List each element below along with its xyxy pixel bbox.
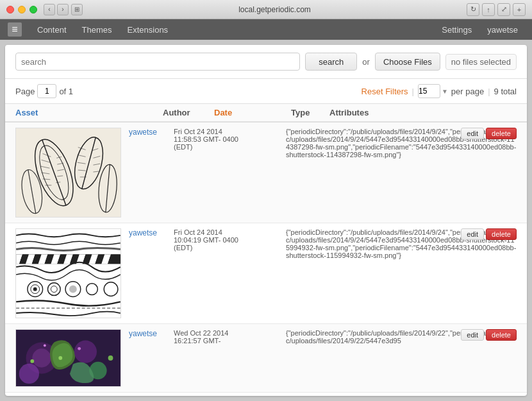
traffic-lights	[6, 6, 37, 13]
svg-point-51	[30, 359, 34, 363]
search-button[interactable]: search	[305, 53, 357, 71]
table-row: yawetse Wed Oct 22 2014 16:21:57 GMT- ed…	[5, 324, 527, 393]
menu-item-extensions[interactable]: Extensions	[121, 22, 175, 37]
svg-point-34	[33, 287, 37, 291]
svg-point-44	[74, 341, 97, 363]
asset-thumbnail	[15, 329, 121, 387]
reset-filters-link[interactable]: Reset Filters	[362, 87, 408, 96]
search-input[interactable]	[15, 53, 300, 71]
asset-date: Fri Oct 24 2014 10:04:19 GMT- 0400 (EDT)	[174, 228, 251, 259]
asset-thumbnail	[15, 128, 121, 218]
edit-button[interactable]: edit	[461, 128, 484, 139]
titlebar-right: ↻ ↑ ⤢ +	[467, 3, 526, 16]
asset-info: yawetse Wed Oct 22 2014 16:21:57 GMT- ed…	[121, 329, 517, 345]
menu-item-content[interactable]: Content	[31, 22, 73, 37]
delete-button[interactable]: delete	[486, 228, 517, 240]
asset-actions: edit delete	[461, 329, 517, 341]
asset-type	[251, 128, 286, 158]
column-headers: Asset Author Date Type Attributes	[5, 104, 527, 123]
delete-button[interactable]: delete	[486, 128, 517, 139]
svg-point-47	[58, 356, 62, 360]
per-page-icon: ▼	[442, 88, 448, 95]
table-row: yawetse Fri Oct 24 2014 10:04:19 GMT- 04…	[5, 223, 527, 324]
pagination-bar: Page of 1 Reset Filters | ▼ per page | 9…	[5, 79, 527, 104]
asset-attributes: edit delete {"periodicDirectory":"/publi…	[286, 329, 517, 345]
main-content: search or Choose Files no files selected…	[5, 45, 527, 396]
menubar: ≡ Content Themes Extensions Settings yaw…	[0, 19, 532, 40]
refresh-button[interactable]: ↻	[467, 3, 479, 16]
minimize-button[interactable]	[18, 6, 26, 13]
asset-author[interactable]: yawetse	[129, 228, 174, 259]
svg-point-48	[78, 347, 81, 350]
page-input[interactable]	[37, 84, 56, 98]
search-bar: search or Choose Files no files selected	[5, 45, 527, 79]
nav-buttons: ‹ ›	[44, 4, 69, 15]
close-button[interactable]	[6, 6, 14, 13]
page-label: Page	[15, 87, 35, 96]
svg-point-43	[32, 348, 51, 367]
asset-type	[251, 228, 286, 259]
of-text: of 1	[59, 87, 73, 96]
asset-date: Fri Oct 24 2014 11:58:53 GMT- 0400 (EDT)	[174, 128, 251, 158]
svg-point-49	[108, 355, 113, 361]
app-logo: ≡	[8, 22, 22, 37]
pipe-2: |	[488, 87, 490, 96]
asset-info: yawetse Fri Oct 24 2014 11:58:53 GMT- 04…	[121, 128, 517, 158]
menu-item-themes[interactable]: Themes	[76, 22, 119, 37]
menu-item-settings[interactable]: Settings	[435, 22, 478, 37]
new-tab-button[interactable]: +	[513, 3, 526, 16]
asset-type	[251, 329, 286, 345]
url-bar: local.getperiodic.com	[89, 5, 460, 14]
asset-actions: edit delete	[461, 228, 517, 240]
pipe-1: |	[412, 87, 414, 96]
svg-point-38	[69, 286, 77, 293]
no-files-label: no files selected	[445, 54, 517, 70]
col-header-attributes: Attributes	[329, 108, 517, 117]
asset-attributes: edit delete {"periodicDirectory":"/publi…	[286, 128, 517, 158]
col-header-date[interactable]: Date	[214, 108, 291, 117]
asset-author[interactable]: yawetse	[129, 128, 174, 158]
svg-point-50	[44, 344, 46, 346]
per-page-input[interactable]	[418, 84, 440, 98]
window-button[interactable]: ⊞	[71, 4, 83, 15]
titlebar: ‹ › ⊞ local.getperiodic.com ↻ ↑ ⤢ +	[0, 0, 532, 19]
asset-date: Wed Oct 22 2014 16:21:57 GMT-	[174, 329, 251, 345]
fullscreen-button[interactable]	[29, 6, 37, 13]
back-button[interactable]: ‹	[44, 4, 55, 15]
edit-button[interactable]: edit	[461, 329, 484, 341]
col-header-type: Type	[291, 108, 329, 117]
asset-author[interactable]: yawetse	[129, 329, 174, 345]
menu-right: Settings yawetse	[435, 22, 524, 37]
delete-button[interactable]: delete	[486, 329, 517, 341]
choose-files-button[interactable]: Choose Files	[375, 53, 440, 71]
asset-thumbnail	[15, 228, 121, 318]
col-header-asset[interactable]: Asset	[15, 108, 163, 117]
expand-button[interactable]: ⤢	[497, 3, 510, 16]
table-row: yawetse Fri Oct 24 2014 11:58:53 GMT- 04…	[5, 123, 527, 223]
edit-button[interactable]: edit	[461, 228, 484, 240]
col-header-author: Author	[163, 108, 214, 117]
per-page-label: per page	[451, 87, 484, 96]
asset-info: yawetse Fri Oct 24 2014 10:04:19 GMT- 04…	[121, 228, 517, 259]
menu-item-user[interactable]: yawetse	[481, 22, 524, 37]
asset-attributes: edit delete {"periodicDirectory":"/publi…	[286, 228, 517, 259]
share-button[interactable]: ↑	[482, 3, 495, 16]
svg-point-46	[19, 364, 39, 384]
forward-button[interactable]: ›	[57, 4, 69, 15]
or-text: or	[362, 57, 370, 67]
asset-actions: edit delete	[461, 128, 517, 139]
total-text: 9 total	[494, 87, 517, 96]
